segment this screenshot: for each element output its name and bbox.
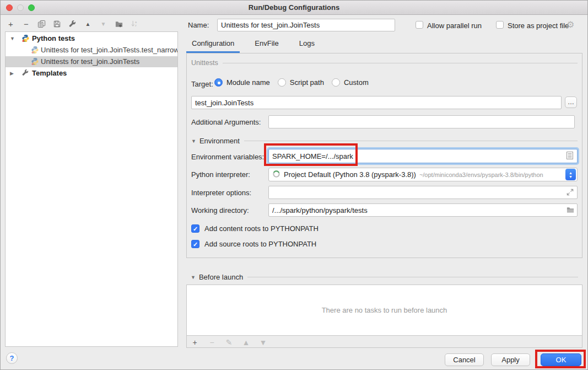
module-name-radio-label: Module name <box>226 78 270 87</box>
add-source-roots-checkbox[interactable]: ✓ <box>191 240 199 248</box>
move-task-up-icon: ▲ <box>241 337 251 347</box>
target-label: Target: <box>191 80 213 88</box>
additional-arguments-input[interactable] <box>268 115 575 128</box>
svg-text:z: z <box>134 24 136 27</box>
unittests-group-label: Unittests <box>191 59 218 67</box>
add-configuration-icon[interactable]: + <box>6 19 15 29</box>
run-debug-configurations-dialog: Run/Debug Configurations + − ▲ ▼ az ▼ Py <box>0 0 588 370</box>
custom-radio[interactable] <box>332 78 340 87</box>
new-folder-icon[interactable] <box>114 19 123 29</box>
help-button[interactable]: ? <box>6 352 18 364</box>
add-task-icon[interactable]: + <box>190 337 199 347</box>
configuration-tabs: Configuration EnvFile Logs <box>186 35 320 53</box>
tab-logs[interactable]: Logs <box>294 35 320 53</box>
interpreter-options-input[interactable] <box>268 186 578 199</box>
target-radio-group: Module name Script path Custom <box>214 78 376 87</box>
remove-configuration-icon[interactable]: − <box>21 19 31 29</box>
before-launch-task-list: There are no tasks to run before launch <box>187 285 582 336</box>
add-content-roots-row: ✓ Add content roots to PYTHONPATH <box>191 224 319 233</box>
tree-item-label: Templates <box>32 68 67 79</box>
environment-variables-input[interactable]: SPARK_HOME=/.../spark <box>268 149 578 163</box>
environment-variables-value: SPARK_HOME=/.../spark <box>272 152 566 160</box>
wrench-icon <box>21 69 29 80</box>
configuration-panel: Unittests Target: Module name Script pat… <box>186 53 582 258</box>
python-test-icon <box>31 57 39 69</box>
copy-configuration-icon[interactable] <box>37 19 46 29</box>
tree-item-jointests-selected[interactable]: Unittests for test_join.JoinTests <box>6 56 177 67</box>
tree-item-python-tests[interactable]: ▼ Python tests <box>6 33 177 44</box>
store-options-gear-icon[interactable]: ⚙ <box>567 19 574 30</box>
dropdown-stepper-icon[interactable]: ▲ ▼ <box>565 169 576 180</box>
python-interpreter-path: ~/opt/miniconda3/envs/pyspark-3.8/bin/py… <box>419 171 565 178</box>
add-content-roots-label: Add content roots to PYTHONPATH <box>204 224 319 233</box>
allow-parallel-run-checkbox[interactable] <box>416 21 423 29</box>
name-input[interactable] <box>217 19 395 31</box>
python-interpreter-value: Project Default (Python 3.8 (pyspark-3.8… <box>284 170 416 179</box>
custom-radio-label: Custom <box>344 78 369 87</box>
tree-item-label: Unittests for test_join.JoinTests <box>41 56 139 67</box>
divider <box>244 141 578 141</box>
module-name-input[interactable] <box>191 96 562 109</box>
name-label: Name: <box>188 21 209 29</box>
variables-list-icon[interactable] <box>566 151 574 162</box>
environment-section-header[interactable]: ▼ Environment <box>191 137 578 145</box>
chevron-expanded-icon[interactable]: ▼ <box>10 33 15 44</box>
folder-icon[interactable] <box>566 206 575 214</box>
before-launch-toolbar: + − ✎ ▲ ▼ <box>190 337 268 347</box>
stepper-up-icon: ▲ <box>569 171 573 175</box>
expand-field-icon[interactable] <box>566 188 574 196</box>
python-tests-icon <box>21 34 30 46</box>
divider <box>247 277 578 277</box>
module-name-radio[interactable] <box>214 78 223 87</box>
move-up-icon[interactable]: ▲ <box>83 19 93 29</box>
chevron-collapsed-icon[interactable]: ▶ <box>10 68 14 79</box>
tab-configuration[interactable]: Configuration <box>186 35 240 53</box>
additional-arguments-label: Additional Arguments: <box>191 118 261 126</box>
browse-module-button[interactable]: … <box>565 96 577 108</box>
add-content-roots-checkbox[interactable]: ✓ <box>191 224 199 233</box>
tab-envfile[interactable]: EnvFile <box>249 35 284 53</box>
move-task-down-icon: ▼ <box>258 337 268 347</box>
save-configuration-icon[interactable] <box>52 19 62 29</box>
unittests-group-header: Unittests <box>191 59 578 67</box>
python-interpreter-label: Python interpreter: <box>191 170 250 179</box>
store-as-project-file-label: Store as project file <box>508 22 569 30</box>
edit-task-icon: ✎ <box>224 337 234 347</box>
add-source-roots-row: ✓ Add source roots to PYTHONPATH <box>191 240 316 248</box>
script-path-radio[interactable] <box>278 78 286 87</box>
before-launch-empty-text: There are no tasks to run before launch <box>322 306 447 314</box>
store-as-project-file-checkbox[interactable] <box>496 21 504 29</box>
python-test-icon <box>31 46 39 57</box>
divider <box>223 63 578 63</box>
svg-text:a: a <box>134 20 137 23</box>
add-source-roots-label: Add source roots to PYTHONPATH <box>204 240 316 248</box>
conda-ring-icon <box>272 170 280 180</box>
python-interpreter-dropdown[interactable]: Project Default (Python 3.8 (pyspark-3.8… <box>268 168 578 181</box>
before-launch-panel: There are no tasks to run before launch … <box>186 285 582 348</box>
chevron-expanded-icon[interactable]: ▼ <box>191 138 196 144</box>
apply-button[interactable]: Apply <box>491 353 530 366</box>
allow-parallel-run-label: Allow parallel run <box>427 22 482 30</box>
move-down-icon: ▼ <box>99 19 108 29</box>
before-launch-label: Before launch <box>199 273 243 281</box>
configurations-toolbar: + − ▲ ▼ az <box>6 18 139 30</box>
window-title: Run/Debug Configurations <box>1 3 587 12</box>
environment-variables-label: Environment variables: <box>191 153 264 161</box>
working-directory-label: Working directory: <box>191 206 249 215</box>
working-directory-input[interactable] <box>268 203 578 217</box>
tree-item-templates[interactable]: ▶ Templates <box>6 68 177 79</box>
interpreter-options-label: Interpreter options: <box>191 189 251 197</box>
chevron-expanded-icon[interactable]: ▼ <box>191 275 196 280</box>
sort-alphabetically-icon: az <box>130 19 139 29</box>
titlebar: Run/Debug Configurations <box>1 1 587 15</box>
edit-templates-wrench-icon[interactable] <box>68 19 77 29</box>
configurations-tree: ▼ Python tests Unittests for test_join.J… <box>5 31 178 347</box>
cancel-button[interactable]: Cancel <box>445 353 484 366</box>
tree-item-test-narrow[interactable]: Unittests for test_join.JoinTests.test_n… <box>6 45 177 56</box>
ok-button[interactable]: OK <box>541 353 581 366</box>
tree-item-label: Python tests <box>32 33 75 44</box>
tree-item-label: Unittests for test_join.JoinTests.test_n… <box>41 45 178 56</box>
environment-section-label: Environment <box>199 137 240 145</box>
before-launch-section-header[interactable]: ▼ Before launch <box>191 273 578 281</box>
remove-task-icon: − <box>207 337 217 347</box>
